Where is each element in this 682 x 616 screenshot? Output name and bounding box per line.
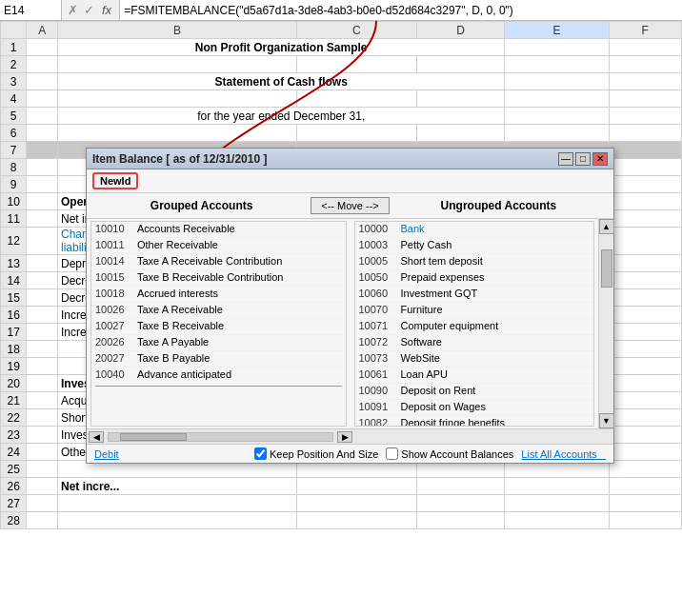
list-all-accounts-link[interactable]: List All Accounts _	[521, 448, 606, 460]
grouped-list-item[interactable]: 10026Taxe A Receivable	[91, 303, 346, 319]
grouped-list-item[interactable]: 10010Accounts Receivable	[91, 222, 346, 238]
col-header-e[interactable]: E	[505, 22, 609, 39]
cell-a20[interactable]	[27, 375, 58, 392]
ungrouped-list-item[interactable]: 10072Software	[355, 335, 594, 351]
grouped-list-item[interactable]: 10018Accrued interests	[91, 287, 346, 303]
ungrouped-list-item[interactable]: 10090Deposit on Rent	[355, 384, 594, 400]
grouped-accounts-list[interactable]: 10010Accounts Receivable10011Other Recei…	[90, 221, 347, 427]
col-header-b[interactable]: B	[58, 22, 297, 39]
cell-b26[interactable]: Net incre...	[58, 478, 297, 495]
ungrouped-list-item[interactable]: 10050Prepaid expenses	[355, 270, 594, 287]
cell-a6[interactable]	[27, 125, 58, 142]
dialog-title: Item Balance [ as of 12/31/2010 ]	[92, 152, 267, 166]
cell-b6[interactable]	[58, 125, 297, 142]
col-header-c[interactable]: C	[297, 22, 417, 39]
table-row: 3 Statement of Cash flows	[1, 73, 682, 90]
cell-reference-box[interactable]: E14	[0, 0, 62, 20]
cell-e4[interactable]	[505, 90, 609, 108]
cell-a13[interactable]	[27, 255, 58, 272]
row-num-10: 10	[1, 193, 27, 210]
ungrouped-list-item[interactable]: 10000Bank	[355, 222, 594, 238]
keep-position-checkbox[interactable]	[254, 447, 267, 460]
grouped-list-item[interactable]: 20027Taxe B Payable	[91, 351, 346, 368]
cell-a26[interactable]	[27, 478, 58, 495]
ungrouped-list-item[interactable]: 10071Computer equipment	[355, 319, 594, 335]
hscroll-thumb[interactable]	[120, 433, 188, 441]
cell-a17[interactable]	[27, 324, 58, 341]
cell-c6[interactable]	[297, 125, 417, 142]
cancel-icon[interactable]: ✗	[66, 3, 80, 17]
cell-b2[interactable]	[58, 56, 297, 73]
cell-b3[interactable]: Statement of Cash flows	[58, 73, 505, 90]
ungrouped-accounts-list[interactable]: 10000Bank10003Petty Cash10005Short tem d…	[354, 221, 595, 427]
cell-a2[interactable]	[27, 56, 58, 73]
ungrouped-list-item[interactable]: 10073WebSite	[355, 351, 594, 368]
cell-a9[interactable]	[27, 176, 58, 193]
cell-a8[interactable]	[27, 159, 58, 176]
cell-a14[interactable]	[27, 272, 58, 289]
show-balances-checkbox[interactable]	[386, 447, 398, 460]
col-header-f[interactable]: F	[609, 22, 681, 39]
grouped-list-item[interactable]: 10027Taxe B Receivable	[91, 319, 346, 335]
cell-f11	[609, 210, 681, 228]
cell-a16[interactable]	[27, 307, 58, 324]
cell-a5[interactable]	[27, 108, 58, 125]
scroll-down-arrow[interactable]: ▼	[599, 413, 614, 428]
close-button[interactable]: ✕	[592, 152, 608, 166]
cell-b5[interactable]: for the year ended December 31,	[58, 108, 505, 125]
confirm-icon[interactable]: ✓	[82, 3, 96, 17]
cell-e1[interactable]	[505, 39, 609, 56]
cell-e2[interactable]	[505, 56, 609, 73]
cell-a11[interactable]	[27, 210, 58, 228]
minimize-button[interactable]: —	[558, 152, 573, 166]
grouped-hscroll[interactable]: ◀ ▶	[87, 428, 613, 444]
cell-d6[interactable]	[416, 125, 505, 142]
cell-a3[interactable]	[27, 73, 58, 90]
scroll-up-arrow[interactable]: ▲	[599, 219, 614, 234]
cell-e5[interactable]	[505, 108, 609, 125]
cell-c2[interactable]	[297, 56, 417, 73]
cell-a10[interactable]	[27, 193, 58, 210]
cell-b1[interactable]: Non Profit Organization Sample	[58, 39, 505, 56]
move-button[interactable]: <-- Move -->	[311, 197, 390, 214]
ungrouped-scrollbar[interactable]: ▲ ▼	[598, 219, 613, 428]
cell-a12[interactable]	[27, 228, 58, 255]
cell-e6[interactable]	[505, 125, 609, 142]
cell-c4[interactable]	[297, 90, 417, 108]
ungrouped-list-item[interactable]: 10091Deposit on Wages	[355, 400, 594, 416]
grouped-list-item[interactable]: 20026Taxe A Payable	[91, 335, 346, 351]
cell-f16	[609, 307, 681, 324]
col-header-a[interactable]: A	[27, 22, 58, 39]
table-row: 26 Net incre...	[1, 478, 682, 495]
cell-f6	[609, 125, 681, 142]
ungrouped-list-item[interactable]: 10003Petty Cash	[355, 238, 594, 254]
hscroll-right-arrow[interactable]: ▶	[337, 431, 352, 443]
ungrouped-list-item[interactable]: 10061Loan APU	[355, 368, 594, 384]
col-header-d[interactable]: D	[416, 22, 505, 39]
cell-a7[interactable]	[27, 142, 58, 159]
ungrouped-list-item[interactable]: 10070Furniture	[355, 303, 594, 319]
ungrouped-list-item[interactable]: 10082Deposit fringe benefits	[355, 416, 594, 427]
ungrouped-list-item[interactable]: 10005Short tem deposit	[355, 254, 594, 270]
grouped-list-item[interactable]: 10014Taxe A Receivable Contribution	[91, 254, 346, 270]
cell-b4[interactable]	[58, 90, 297, 108]
row-num-15: 15	[1, 289, 27, 307]
grouped-list-item[interactable]: 10011Other Receivable	[91, 238, 346, 254]
ungrouped-list-item[interactable]: 10060Investment GQT	[355, 287, 594, 303]
cell-a4[interactable]	[27, 90, 58, 108]
new-id-button[interactable]: NewId	[92, 172, 138, 189]
cell-f12	[609, 228, 681, 255]
cell-e3[interactable]	[505, 73, 609, 90]
grouped-list-item[interactable]: 10015Taxe B Receivable Contribution	[91, 270, 346, 287]
restore-button[interactable]: □	[575, 152, 591, 166]
keep-position-text: Keep Position And Size	[270, 448, 378, 460]
cell-d4[interactable]	[416, 90, 505, 108]
grouped-list-item[interactable]: 10040Advance anticipated	[91, 368, 346, 384]
hscroll-left-arrow[interactable]: ◀	[89, 431, 104, 443]
scroll-thumb[interactable]	[601, 249, 612, 288]
cell-a1[interactable]	[27, 39, 58, 56]
cell-d2[interactable]	[416, 56, 505, 73]
formula-text: =FSMITEMBALANCE("d5a67d1a-3de8-4ab3-b0e0…	[120, 0, 682, 20]
cell-a15[interactable]	[27, 289, 58, 307]
debit-link[interactable]: Debit	[94, 448, 119, 460]
